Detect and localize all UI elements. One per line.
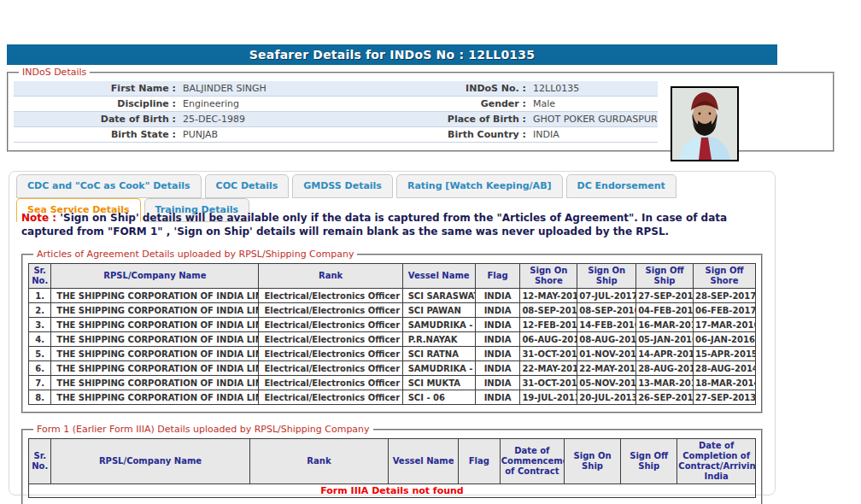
col-rank: Rank	[249, 439, 389, 484]
col-sign-off-ship: Sign Off Ship	[636, 264, 694, 289]
table-cell: Electrical/Electronics Officer	[259, 390, 402, 405]
articles-of-agreement-section: Articles of Agreement Details uploaded b…	[21, 249, 763, 413]
table-cell: 8.	[29, 390, 51, 405]
table-cell: Electrical/Electronics Officer	[259, 347, 402, 361]
table-cell: 14-APR-2015	[636, 347, 694, 361]
table-cell: 28-AUG-2014	[694, 361, 756, 376]
table-cell: Electrical/Electronics Officer	[259, 376, 402, 390]
table-row: 7.THE SHIPPING CORPORATION OF INDIA LIMI…	[29, 376, 756, 390]
tab-rating-watch-keeping-ab[interactable]: Rating [Watch Keeping/AB]	[396, 174, 563, 198]
tab-coc-details[interactable]: COC Details	[205, 174, 290, 198]
table-cell: Electrical/Electronics Officer	[259, 289, 402, 303]
first-name-value: BALJINDER SINGH	[176, 81, 424, 97]
date-of-birth-label: Date of Birth	[14, 112, 176, 127]
note-text: Note : 'Sign on Ship' details will be av…	[21, 211, 763, 238]
table-cell: 5.	[29, 347, 51, 361]
table-cell: THE SHIPPING CORPORATION OF INDIA LIMITE…	[51, 390, 259, 405]
form1-empty-row: Form IIIA Details not found	[29, 484, 756, 498]
table-cell: 17-MAR-2016	[694, 318, 756, 332]
table-cell: P.R.NAYAK	[402, 332, 475, 347]
table-cell: 06-FEB-2017	[694, 303, 756, 318]
table-cell: 20-JUL-2013	[577, 390, 636, 405]
table-cell: INDIA	[475, 361, 520, 376]
table-cell: 7.	[29, 376, 51, 390]
table-cell: THE SHIPPING CORPORATION OF INDIA LIMITE…	[51, 347, 259, 361]
table-cell: 01-NOV-2014	[577, 347, 636, 361]
col-sign-on-ship: Sign On Ship	[564, 439, 620, 484]
table-cell: SAMUDRIKA - 3	[402, 318, 475, 332]
tab-dc-endorsement[interactable]: DC Endorsement	[566, 174, 676, 198]
col-flag: Flag	[475, 264, 520, 289]
indos-details-legend: INDoS Details	[19, 67, 90, 78]
table-cell: 22-MAY-2014	[520, 361, 577, 376]
table-row: 5.THE SHIPPING CORPORATION OF INDIA LIMI…	[29, 347, 756, 361]
table-cell: 6.	[29, 361, 51, 376]
table-cell: 08-AUG-2015	[577, 332, 636, 347]
table-cell: INDIA	[475, 303, 520, 318]
col-sr-no: Sr. No.	[29, 439, 51, 484]
table-cell: 06-AUG-2015	[520, 332, 577, 347]
seafarer-photo	[671, 86, 739, 161]
gender-label: Gender	[424, 97, 526, 112]
form1-table: Sr. No. RPSL/Company Name Rank Vessel Na…	[28, 438, 756, 498]
discipline-value: Engineering	[176, 97, 424, 112]
table-cell: 31-OCT-2014	[520, 347, 577, 361]
first-name-label: First Name	[14, 81, 176, 97]
table-cell: INDIA	[475, 318, 520, 332]
col-rank: Rank	[259, 264, 402, 289]
articles-header-row: Sr. No. RPSL/Company Name Rank Vessel Na…	[29, 264, 756, 289]
col-sign-on-shore: Sign On Shore	[520, 264, 577, 289]
articles-legend: Articles of Agreement Details uploaded b…	[33, 249, 357, 260]
table-cell: 27-SEP-2013	[694, 390, 756, 405]
tab-cdc-and-coc-as-cook-details[interactable]: CDC and "CoC as Cook" Details	[16, 174, 202, 198]
table-cell: Electrical/Electronics Officer	[259, 361, 402, 376]
table-cell: 28-AUG-2014	[636, 361, 694, 376]
col-date-commencement: Date of Commencement of Contract	[500, 439, 564, 484]
page: Seafarer Details for INDoS No : 12LL0135…	[0, 0, 861, 504]
place-of-birth-value: GHOT POKER GURDASPUR	[526, 112, 658, 127]
table-cell: 19-JUL-2013	[520, 390, 577, 405]
col-company: RPSL/Company Name	[51, 264, 259, 289]
form1-legend: Form 1 (Earlier Form IIIA) Details uploa…	[33, 424, 373, 435]
table-cell: Electrical/Electronics Officer	[259, 303, 402, 318]
indos-no-value: 12LL0135	[526, 81, 658, 97]
form1-not-found-message: Form IIIA Details not found	[29, 484, 756, 498]
col-flag: Flag	[458, 439, 500, 484]
col-sign-off-ship: Sign Off Ship	[621, 439, 677, 484]
table-cell: 22-MAY-2014	[577, 361, 636, 376]
form1-section: Form 1 (Earlier Form IIIA) Details uploa…	[21, 424, 763, 504]
birth-country-value: INDIA	[526, 127, 658, 143]
table-cell: SCI MUKTA	[402, 376, 475, 390]
table-cell: INDIA	[475, 347, 520, 361]
table-row: 4.THE SHIPPING CORPORATION OF INDIA LIMI…	[29, 332, 756, 347]
birth-state-label: Birth State	[14, 127, 176, 143]
table-cell: 08-SEP-2016	[520, 303, 577, 318]
tabs: CDC and "CoC as Cook" DetailsCOC Details…	[9, 172, 775, 197]
table-row: 6.THE SHIPPING CORPORATION OF INDIA LIMI…	[29, 361, 756, 376]
table-cell: SCI - 06	[402, 390, 475, 405]
table-row: 1.THE SHIPPING CORPORATION OF INDIA LIMI…	[29, 289, 756, 303]
col-sign-on-ship: Sign On Ship	[577, 264, 636, 289]
tab-gmdss-details[interactable]: GMDSS Details	[292, 174, 393, 198]
table-cell: 27-SEP-2017	[636, 289, 694, 303]
articles-table: Sr. No. RPSL/Company Name Rank Vessel Na…	[28, 263, 756, 405]
indos-details-rows: First Name BALJINDER SINGH INDoS No. 12L…	[14, 81, 658, 143]
table-cell: Electrical/Electronics Officer	[259, 332, 402, 347]
birth-country-label: Birth Country	[424, 127, 526, 143]
table-cell: 3.	[29, 318, 51, 332]
table-cell: INDIA	[475, 390, 520, 405]
table-cell: 04-FEB-2017	[636, 303, 694, 318]
note-prefix: Note :	[21, 212, 56, 224]
table-cell: Electrical/Electronics Officer	[259, 318, 402, 332]
table-cell: 18-MAR-2014	[694, 376, 756, 390]
birth-state-value: PUNJAB	[176, 127, 424, 143]
date-of-birth-value: 25-DEC-1989	[176, 112, 424, 127]
table-cell: 08-SEP-2016	[577, 303, 636, 318]
table-cell: SCI PAWAN	[402, 303, 475, 318]
table-cell: 12-FEB-2016	[520, 318, 577, 332]
page-title: Seafarer Details for INDoS No : 12LL0135	[7, 44, 777, 65]
table-cell: THE SHIPPING CORPORATION OF INDIA LIMITE…	[51, 318, 259, 332]
table-cell: INDIA	[475, 289, 520, 303]
table-cell: 05-NOV-2013	[577, 376, 636, 390]
table-cell: 13-MAR-2014	[636, 376, 694, 390]
